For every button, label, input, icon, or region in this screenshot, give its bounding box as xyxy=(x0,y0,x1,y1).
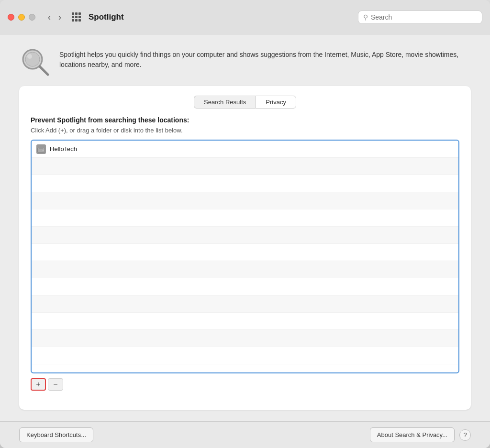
empty-row xyxy=(32,347,458,364)
empty-row xyxy=(32,158,458,175)
empty-row xyxy=(32,295,458,313)
empty-row xyxy=(32,261,458,278)
panel: Search Results Privacy Prevent Spotlight… xyxy=(19,86,471,410)
minimize-button[interactable] xyxy=(18,14,25,21)
list-toolbar: + − xyxy=(31,378,459,391)
traffic-lights xyxy=(8,14,35,21)
tab-search-results[interactable]: Search Results xyxy=(194,96,256,109)
close-button[interactable] xyxy=(8,14,14,21)
footer-right: About Search & Privacy... ? xyxy=(370,427,471,442)
remove-button[interactable]: − xyxy=(48,378,63,391)
list-item[interactable]: HelloTech xyxy=(32,141,458,158)
disk-icon xyxy=(36,144,46,154)
grid-icon[interactable] xyxy=(72,12,81,22)
section-title: Prevent Spotlight from searching these l… xyxy=(31,116,459,124)
svg-point-1 xyxy=(25,52,40,66)
content: Spotlight helps you quickly find things … xyxy=(0,34,490,421)
about-button[interactable]: About Search & Privacy... xyxy=(370,427,455,442)
tabs: Search Results Privacy xyxy=(31,96,459,109)
svg-line-2 xyxy=(40,66,48,75)
page-title: Spotlight xyxy=(89,12,352,22)
list-item-label: HelloTech xyxy=(50,145,77,153)
header-section: Spotlight helps you quickly find things … xyxy=(19,46,471,78)
spotlight-icon xyxy=(19,46,52,78)
svg-rect-6 xyxy=(39,147,43,149)
search-box: ⚲ xyxy=(358,11,482,24)
maximize-button[interactable] xyxy=(29,14,35,21)
empty-row xyxy=(32,209,458,227)
empty-row xyxy=(32,313,458,330)
back-button[interactable]: ‹ xyxy=(45,12,54,22)
search-icon: ⚲ xyxy=(363,13,368,21)
svg-point-3 xyxy=(27,54,32,59)
titlebar: ‹ › Spotlight ⚲ xyxy=(0,0,490,34)
add-button[interactable]: + xyxy=(31,378,46,391)
keyboard-shortcuts-button[interactable]: Keyboard Shortcuts... xyxy=(19,427,93,442)
empty-row xyxy=(32,175,458,192)
empty-row xyxy=(32,330,458,347)
header-description: Spotlight helps you quickly find things … xyxy=(59,46,471,70)
privacy-list: HelloTech xyxy=(31,140,459,373)
empty-row xyxy=(32,278,458,295)
search-input[interactable] xyxy=(371,13,477,21)
section-subtitle: Click Add (+), or drag a folder or disk … xyxy=(31,127,459,134)
footer: Keyboard Shortcuts... About Search & Pri… xyxy=(0,421,490,448)
empty-row xyxy=(32,244,458,261)
tab-privacy[interactable]: Privacy xyxy=(256,96,296,109)
help-button[interactable]: ? xyxy=(459,429,471,441)
window: ‹ › Spotlight ⚲ xyxy=(0,0,490,448)
forward-button[interactable]: › xyxy=(56,12,64,22)
nav-buttons: ‹ › xyxy=(45,12,64,22)
svg-point-7 xyxy=(42,149,44,151)
empty-row xyxy=(32,192,458,209)
empty-row xyxy=(32,227,458,244)
